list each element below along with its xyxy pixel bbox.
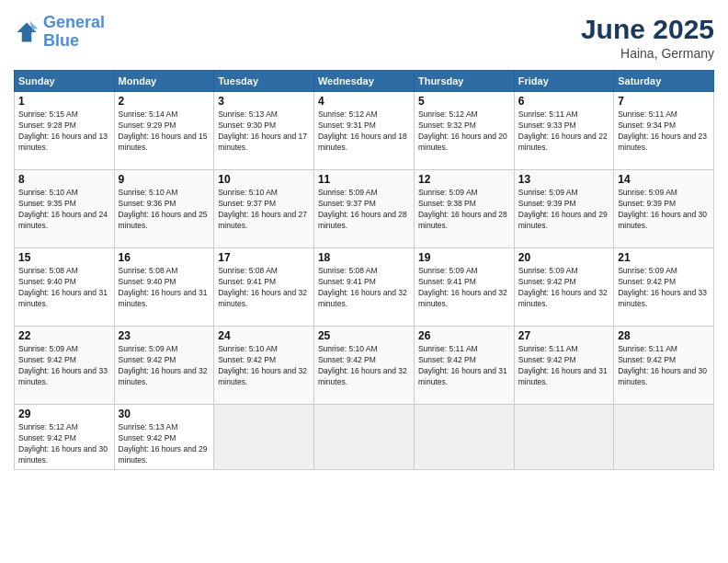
day-info: Sunrise: 5:10 AMSunset: 9:36 PMDaylight:… [119, 188, 210, 232]
day-number: 13 [518, 173, 609, 186]
day-number: 20 [518, 251, 609, 264]
calendar-body: 1 Sunrise: 5:15 AMSunset: 9:28 PMDayligh… [15, 92, 714, 470]
calendar-table: Sunday Monday Tuesday Wednesday Thursday… [14, 70, 714, 470]
calendar-cell [514, 405, 613, 470]
day-info: Sunrise: 5:09 AMSunset: 9:39 PMDaylight:… [518, 188, 609, 232]
day-info: Sunrise: 5:12 AMSunset: 9:31 PMDaylight:… [318, 109, 410, 154]
day-number: 26 [418, 329, 510, 342]
logo-icon [14, 19, 40, 45]
calendar-cell [414, 405, 514, 470]
day-number: 2 [119, 95, 210, 108]
calendar-cell: 30 Sunrise: 5:13 AMSunset: 9:42 PMDaylig… [114, 405, 214, 470]
calendar-cell: 15 Sunrise: 5:08 AMSunset: 9:40 PMDaylig… [15, 248, 115, 327]
day-info: Sunrise: 5:09 AMSunset: 9:42 PMDaylight:… [18, 344, 110, 388]
day-number: 19 [418, 251, 510, 264]
calendar-cell: 19 Sunrise: 5:09 AMSunset: 9:41 PMDaylig… [414, 248, 514, 327]
calendar-cell: 13 Sunrise: 5:09 AMSunset: 9:39 PMDaylig… [514, 170, 613, 248]
day-number: 21 [618, 251, 710, 264]
logo-line2: Blue [43, 31, 79, 50]
calendar-cell: 27 Sunrise: 5:11 AMSunset: 9:42 PMDaylig… [514, 327, 613, 405]
day-info: Sunrise: 5:09 AMSunset: 9:42 PMDaylight:… [518, 266, 609, 310]
calendar-cell: 2 Sunrise: 5:14 AMSunset: 9:29 PMDayligh… [114, 92, 214, 170]
day-info: Sunrise: 5:15 AMSunset: 9:28 PMDaylight:… [18, 109, 110, 154]
logo: General Blue [14, 14, 105, 51]
calendar-cell: 23 Sunrise: 5:09 AMSunset: 9:42 PMDaylig… [114, 327, 214, 405]
day-number: 27 [518, 329, 609, 342]
day-info: Sunrise: 5:14 AMSunset: 9:29 PMDaylight:… [119, 109, 210, 154]
col-sunday: Sunday [15, 71, 115, 92]
calendar-cell: 29 Sunrise: 5:12 AMSunset: 9:42 PMDaylig… [15, 405, 115, 470]
logo-line1: General [43, 13, 105, 31]
day-number: 29 [18, 408, 110, 420]
calendar-cell [214, 405, 314, 470]
calendar-week-2: 8 Sunrise: 5:10 AMSunset: 9:35 PMDayligh… [15, 170, 714, 248]
calendar-cell: 26 Sunrise: 5:11 AMSunset: 9:42 PMDaylig… [414, 327, 514, 405]
calendar-cell: 4 Sunrise: 5:12 AMSunset: 9:31 PMDayligh… [313, 92, 414, 170]
day-number: 14 [618, 173, 710, 186]
calendar-cell: 7 Sunrise: 5:11 AMSunset: 9:34 PMDayligh… [614, 92, 714, 170]
col-thursday: Thursday [414, 71, 514, 92]
calendar-cell: 18 Sunrise: 5:08 AMSunset: 9:41 PMDaylig… [313, 248, 414, 327]
day-number: 3 [218, 95, 310, 108]
day-info: Sunrise: 5:10 AMSunset: 9:37 PMDaylight:… [218, 188, 310, 232]
day-info: Sunrise: 5:11 AMSunset: 9:42 PMDaylight:… [618, 344, 710, 388]
day-number: 22 [18, 329, 110, 342]
calendar-week-3: 15 Sunrise: 5:08 AMSunset: 9:40 PMDaylig… [15, 248, 714, 327]
day-number: 16 [119, 251, 210, 264]
day-info: Sunrise: 5:09 AMSunset: 9:38 PMDaylight:… [418, 188, 510, 232]
day-info: Sunrise: 5:08 AMSunset: 9:40 PMDaylight:… [119, 266, 210, 310]
calendar-cell: 24 Sunrise: 5:10 AMSunset: 9:42 PMDaylig… [214, 327, 314, 405]
day-number: 25 [318, 329, 410, 342]
calendar-cell: 9 Sunrise: 5:10 AMSunset: 9:36 PMDayligh… [114, 170, 214, 248]
day-info: Sunrise: 5:08 AMSunset: 9:40 PMDaylight:… [18, 266, 110, 310]
calendar-cell: 28 Sunrise: 5:11 AMSunset: 9:42 PMDaylig… [614, 327, 714, 405]
calendar-cell: 10 Sunrise: 5:10 AMSunset: 9:37 PMDaylig… [214, 170, 314, 248]
day-info: Sunrise: 5:13 AMSunset: 9:30 PMDaylight:… [218, 109, 310, 154]
calendar-week-1: 1 Sunrise: 5:15 AMSunset: 9:28 PMDayligh… [15, 92, 714, 170]
calendar-cell: 5 Sunrise: 5:12 AMSunset: 9:32 PMDayligh… [414, 92, 514, 170]
title-block: June 2025 Haina, Germany [581, 14, 714, 61]
calendar-week-4: 22 Sunrise: 5:09 AMSunset: 9:42 PMDaylig… [15, 327, 714, 405]
calendar-cell: 6 Sunrise: 5:11 AMSunset: 9:33 PMDayligh… [514, 92, 613, 170]
col-tuesday: Tuesday [214, 71, 314, 92]
month-title: June 2025 [581, 14, 714, 44]
day-number: 30 [119, 408, 210, 420]
day-info: Sunrise: 5:11 AMSunset: 9:33 PMDaylight:… [518, 109, 609, 154]
day-info: Sunrise: 5:08 AMSunset: 9:41 PMDaylight:… [318, 266, 410, 310]
calendar-cell: 16 Sunrise: 5:08 AMSunset: 9:40 PMDaylig… [114, 248, 214, 327]
calendar-cell: 1 Sunrise: 5:15 AMSunset: 9:28 PMDayligh… [15, 92, 115, 170]
day-number: 4 [318, 95, 410, 108]
day-info: Sunrise: 5:12 AMSunset: 9:32 PMDaylight:… [418, 109, 510, 154]
day-info: Sunrise: 5:09 AMSunset: 9:42 PMDaylight:… [618, 266, 710, 310]
day-info: Sunrise: 5:12 AMSunset: 9:42 PMDaylight:… [18, 422, 110, 466]
day-info: Sunrise: 5:11 AMSunset: 9:42 PMDaylight:… [518, 344, 609, 388]
day-number: 23 [119, 329, 210, 342]
calendar-cell: 20 Sunrise: 5:09 AMSunset: 9:42 PMDaylig… [514, 248, 613, 327]
day-info: Sunrise: 5:09 AMSunset: 9:41 PMDaylight:… [418, 266, 510, 310]
day-number: 11 [318, 173, 410, 186]
day-info: Sunrise: 5:10 AMSunset: 9:42 PMDaylight:… [218, 344, 310, 388]
day-number: 5 [418, 95, 510, 108]
day-info: Sunrise: 5:08 AMSunset: 9:41 PMDaylight:… [218, 266, 310, 310]
calendar-cell [614, 405, 714, 470]
day-info: Sunrise: 5:09 AMSunset: 9:39 PMDaylight:… [618, 188, 710, 232]
calendar-cell: 17 Sunrise: 5:08 AMSunset: 9:41 PMDaylig… [214, 248, 314, 327]
day-number: 18 [318, 251, 410, 264]
col-saturday: Saturday [614, 71, 714, 92]
header-row: Sunday Monday Tuesday Wednesday Thursday… [15, 71, 714, 92]
day-number: 15 [18, 251, 110, 264]
day-info: Sunrise: 5:11 AMSunset: 9:42 PMDaylight:… [418, 344, 510, 388]
col-friday: Friday [514, 71, 613, 92]
calendar-week-5: 29 Sunrise: 5:12 AMSunset: 9:42 PMDaylig… [15, 405, 714, 470]
day-number: 8 [18, 173, 110, 186]
day-number: 9 [119, 173, 210, 186]
calendar-cell: 25 Sunrise: 5:10 AMSunset: 9:42 PMDaylig… [313, 327, 414, 405]
header: General Blue June 2025 Haina, Germany [14, 14, 714, 61]
day-number: 10 [218, 173, 310, 186]
calendar-cell: 14 Sunrise: 5:09 AMSunset: 9:39 PMDaylig… [614, 170, 714, 248]
calendar-cell: 22 Sunrise: 5:09 AMSunset: 9:42 PMDaylig… [15, 327, 115, 405]
col-wednesday: Wednesday [313, 71, 414, 92]
day-number: 12 [418, 173, 510, 186]
day-info: Sunrise: 5:09 AMSunset: 9:42 PMDaylight:… [119, 344, 210, 388]
day-info: Sunrise: 5:10 AMSunset: 9:42 PMDaylight:… [318, 344, 410, 388]
